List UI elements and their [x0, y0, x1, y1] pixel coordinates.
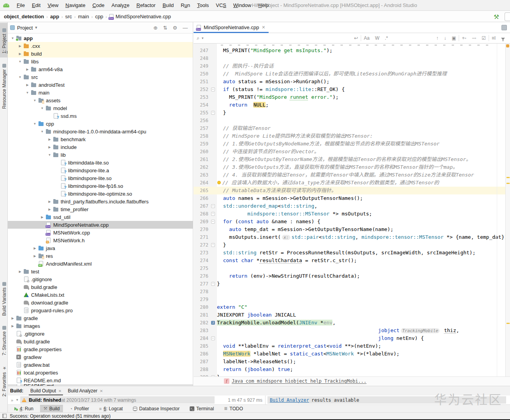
- code-line-279[interactable]: 279: [194, 296, 510, 303]
- menu-file[interactable]: File: [13, 2, 28, 8]
- code-line-266[interactable]: 266 auto names = mSession->GetOutputTens…: [194, 194, 510, 202]
- code-line-282[interactable]: 282JTrackingMobile.unloadModel(JNIEnv *e…: [194, 319, 510, 327]
- menu-navigate[interactable]: Navigate: [62, 2, 89, 8]
- code-line-267[interactable]: 267− std::unordered_map<std::string,: [194, 202, 510, 210]
- tree-item-libmindspore-lite-so[interactable]: libmindspore-lite.so: [8, 174, 193, 182]
- code-line-256[interactable]: 256: [194, 117, 510, 124]
- tool-window-toggle-icon[interactable]: [2, 414, 7, 418]
- select-all-occurrences-icon[interactable]: ▣: [449, 35, 459, 41]
- tree-toggle-icon[interactable]: ▼: [31, 99, 38, 102]
- tree-item-main[interactable]: ▼main: [8, 89, 193, 96]
- code-line-253[interactable]: 253 MS_PRINT("MindSpore runnet error.");: [194, 93, 510, 101]
- filter-lines-icon[interactable]: ≡I: [489, 35, 498, 41]
- tool-window-button-terminal[interactable]: >_Terminal: [186, 405, 217, 413]
- tree-item-libminddata-lite-so[interactable]: libminddata-lite.so: [8, 159, 193, 166]
- tree-item-cmakelists-txt[interactable]: CMakeLists.txt: [8, 291, 193, 299]
- tree-item-build-gradle[interactable]: build.gradle: [8, 283, 193, 291]
- prev-occurrence-icon[interactable]: ↑: [433, 35, 441, 41]
- tree-toggle-icon[interactable]: ▼: [24, 91, 31, 94]
- tree-item-gitignore[interactable]: .gitignore: [8, 275, 193, 283]
- tree-item-src[interactable]: ▼src: [8, 73, 193, 81]
- tree-item-arm64-v8a[interactable]: ▶arm64-v8a: [8, 65, 193, 73]
- menu-refactor[interactable]: Refactor: [133, 2, 159, 8]
- code-line-284[interactable]: 284− jlong netEnv) {: [194, 334, 510, 342]
- editor-layout-icon[interactable]: [501, 25, 507, 30]
- code-line-265[interactable]: 265 // MutableData方法来获取可读写的内存指针。: [194, 187, 510, 194]
- code-line-273[interactable]: 273 std::string retStr = ProcessRunnetRe…: [194, 249, 510, 257]
- code-line-278[interactable]: 278: [194, 288, 510, 296]
- code-line-285[interactable]: 285 void **labelEnv = reinterpret_cast<v…: [194, 342, 510, 350]
- editor-tab-mindsporenetnative[interactable]: MindSporeNetnative.cpp ✕: [194, 22, 269, 33]
- warning-stripe-mark[interactable]: [507, 183, 510, 184]
- words-toggle[interactable]: W: [372, 35, 382, 41]
- tool-window-button-build[interactable]: ⚒Build: [40, 405, 63, 413]
- hide-panel-icon[interactable]: —: [180, 25, 190, 31]
- code-line-249[interactable]: 249 // 图执行--执行会话: [194, 62, 510, 70]
- edit-occurrence-icon[interactable]: ☑: [479, 35, 489, 41]
- tree-item-build-gradle[interactable]: build.gradle: [8, 338, 193, 345]
- code-line-248[interactable]: 248: [194, 54, 510, 62]
- tree-item-app[interactable]: ▼app: [8, 34, 193, 42]
- tree-toggle-icon[interactable]: ▶: [17, 52, 23, 56]
- fold-marker-icon[interactable]: ˄: [211, 375, 215, 376]
- code-line-272[interactable]: 272˄ }: [194, 241, 510, 249]
- code-line-261[interactable]: 261 // 2.使用GetOutputByTensorName方法，根据模型输…: [194, 156, 510, 163]
- tree-item-gradlew-bat[interactable]: gradlew.bat: [8, 361, 193, 369]
- build-analyzer-link[interactable]: Build Analyzer: [270, 397, 309, 403]
- code-line-270[interactable]: 270 auto temp_dat = mSession->GetOutputB…: [194, 226, 510, 233]
- tree-toggle-icon[interactable]: ▶: [46, 200, 53, 203]
- menu-analyze[interactable]: Analyze: [108, 2, 133, 8]
- tree-item-model[interactable]: ▼model: [8, 104, 193, 112]
- tree-item-mindsporenetnative-cpp[interactable]: MindSporeNetnative.cpp: [8, 221, 193, 229]
- code-line-264[interactable]: 264// 应该填入的数据大小，通过data_type方法来获取MSTensor…: [194, 179, 510, 187]
- code-line-263[interactable]: 263 // 4. 当获取到模型的输出Tensor，就需要向Tensor中填入数…: [194, 171, 510, 179]
- tree-item-local-properties[interactable]: local.properties: [8, 369, 193, 376]
- menu-code[interactable]: Code: [89, 2, 108, 8]
- tool-window-button-4-run[interactable]: ▶4: Run: [11, 405, 37, 413]
- chevron-down-icon[interactable]: ▼: [34, 26, 38, 30]
- menu-edit[interactable]: Edit: [28, 2, 44, 8]
- tree-item-third-party-flatbuffers-include-flatbuffers[interactable]: ▶third_party.flatbuffers.include.flatbuf…: [8, 198, 193, 205]
- project-view-selector[interactable]: Project: [17, 25, 33, 31]
- code-line-255[interactable]: 255˄ }: [194, 109, 510, 117]
- match-case-toggle[interactable]: Aa: [361, 35, 372, 41]
- menu-run[interactable]: Run: [177, 2, 194, 8]
- tree-toggle-icon[interactable]: ▶: [31, 247, 38, 250]
- code-line-260[interactable]: 260 // 中连接到该节点的Tensor的vector。: [194, 148, 510, 156]
- tree-item-msnetwork-h[interactable]: MSNetWork.h: [8, 236, 193, 244]
- tree-item-mindspore-lite-1-0-0-minddata-arm64-cpu[interactable]: ▼mindspore-lite-1.0.0-minddata-arm64-cpu: [8, 128, 193, 135]
- breadcrumb-src[interactable]: src: [65, 14, 73, 19]
- fold-marker-icon[interactable]: ˄: [211, 111, 215, 115]
- tree-toggle-icon[interactable]: ▶: [46, 208, 53, 211]
- editor-scrollbar[interactable]: [505, 44, 510, 376]
- tree-toggle-icon[interactable]: ▼: [46, 153, 53, 157]
- code-line-258[interactable]: 258 // MindSpore Lite提供四种方法来获取模型的输出MSTen…: [194, 132, 510, 140]
- tree-item-libs[interactable]: ▼libs: [8, 58, 193, 65]
- search-icon[interactable]: ⌕: [194, 35, 201, 41]
- tree-toggle-icon[interactable]: ▼: [39, 130, 45, 133]
- fold-marker-icon[interactable]: −: [211, 336, 215, 340]
- tree-item-gradlew[interactable]: ▸gradlew: [8, 353, 193, 361]
- enter-newline-icon[interactable]: ↩: [351, 35, 361, 41]
- code-line-277[interactable]: 277˄}: [194, 280, 510, 288]
- breadcrumb-file[interactable]: MindSporeNetnative.cpp: [115, 14, 171, 19]
- tool-window-button-build-variants[interactable]: Build Variants: [0, 276, 8, 320]
- tree-toggle-icon[interactable]: ▼: [9, 37, 16, 40]
- tree-item-cxx[interactable]: ▶.cxx: [8, 42, 193, 50]
- code-line-283[interactable]: 283 jobjectTrackingMobile thiz,: [194, 327, 510, 334]
- tool-window-button-database-inspector[interactable]: Database Inspector: [129, 405, 183, 413]
- tree-toggle-icon[interactable]: ▶: [24, 68, 31, 71]
- tree-item-libmindspore-lite-optimize-so[interactable]: libmindspore-lite-optimize.so: [8, 190, 193, 198]
- build-hammer-icon[interactable]: ⚒: [494, 13, 499, 21]
- tree-item-gradle-properties[interactable]: gradle.properties: [8, 345, 193, 353]
- tab-build-analyzer[interactable]: Build Analyzer✕: [65, 386, 106, 396]
- tree-item-ssd-util[interactable]: ▶ssd_util: [8, 213, 193, 221]
- build-status-selected-row[interactable]: Build: finished at 2020/10/27 13:04 with…: [20, 396, 215, 404]
- tree-item-test[interactable]: ▶test: [8, 268, 193, 275]
- tree-item-download-gradle[interactable]: download.gradle: [8, 299, 193, 306]
- locate-file-icon[interactable]: ⊕: [151, 25, 161, 31]
- close-tab-icon[interactable]: ✕: [100, 389, 103, 393]
- code-line-251[interactable]: 251 auto status = mSession->RunGraph();: [194, 78, 510, 86]
- regex-toggle[interactable]: .*: [382, 35, 391, 41]
- tree-toggle-icon[interactable]: ▶: [17, 44, 23, 48]
